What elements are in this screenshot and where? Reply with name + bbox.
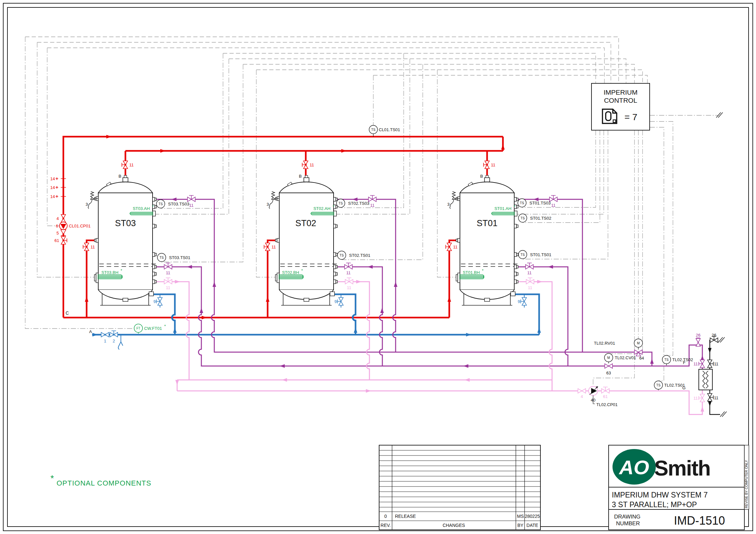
st01-upper-loading-line — [515, 199, 582, 352]
ts-glyph: TS — [664, 358, 669, 362]
system-title-line2: 3 ST PARALLEL; MP+OP — [612, 500, 697, 509]
valve-label: 11 — [370, 203, 375, 208]
ts-glyph: TS — [657, 383, 661, 387]
control-bus-lines — [25, 37, 647, 83]
valve-11-st02-upper — [368, 195, 376, 202]
valve-label: 11 — [527, 270, 532, 275]
point-a: A — [89, 329, 92, 334]
wire-break-symbol — [716, 113, 723, 117]
valve-11-st03-return — [164, 278, 172, 284]
st03-upper-loading-line — [152, 199, 652, 366]
ts-glyph: TS — [520, 201, 524, 205]
valve-11-st01-top — [483, 161, 489, 169]
label-st03-ts01: ST03.TS01 — [169, 255, 190, 260]
valve-11-st02-lower — [344, 263, 352, 269]
label-cl01-ts01: CL01.TS01 — [379, 127, 400, 132]
optional-components-note: * OPTIONAL COMPONENTS — [50, 473, 151, 487]
label-st03-ah-star: * — [152, 204, 153, 209]
tank-name-st02: ST02 — [295, 218, 316, 228]
check-valve-5-primary — [61, 230, 66, 236]
label-st03-ah: ST03.AH — [133, 206, 150, 211]
pipe-size-label: 14 — [50, 185, 55, 190]
valve-label: 26 — [712, 333, 716, 338]
control-box-line2: CONTROL — [604, 97, 637, 104]
purple-flow-arrows — [171, 198, 704, 368]
st03-return-line — [152, 282, 189, 380]
valve-2-cold-inlet — [110, 331, 118, 337]
m-glyph: M — [637, 342, 640, 345]
pump-label: 40 — [591, 398, 595, 402]
controller-count: = 7 — [624, 112, 637, 122]
valve-label: 11 — [491, 163, 496, 167]
valve-4-primary — [61, 215, 66, 222]
pid-drawing-sheet: IMPERIUM CONTROL = 7 ST03 ST02 ST01 B B … — [0, 0, 756, 534]
valve-label: 11 — [714, 362, 718, 366]
storage-tank-st02 — [275, 175, 338, 305]
pipe-flange-ticks — [56, 177, 66, 198]
by-value: MS — [517, 514, 524, 519]
imperium-control-box: IMPERIUM CONTROL = 7 — [591, 83, 650, 130]
revise-note: REVISE BY COMPUTER ONLY — [744, 460, 748, 508]
st02-upper-loading-line — [333, 199, 395, 352]
valve-61-return — [602, 387, 609, 393]
label-st01-bh: ST01.BH — [463, 270, 480, 275]
ts-glyph: TS — [371, 128, 376, 132]
title-block: AO Smith IMPERIUM DHW SYSTEM 7 3 ST PARA… — [608, 445, 749, 530]
point-b-st01: B — [480, 174, 483, 179]
system-title-line1: IMPERIUM DHW SYSTEM 7 — [612, 491, 708, 499]
label-st01-ts01: ST01.TS01 — [530, 252, 552, 257]
relief-valve-st03 — [88, 191, 95, 209]
valve-label: 11 — [189, 203, 194, 208]
label-st03-bh: ST03.BH — [101, 270, 119, 275]
valve-label: 11 — [694, 362, 698, 366]
ts-glyph: TS — [521, 253, 525, 257]
valve-label: 11 — [551, 203, 555, 208]
valve-11-hx-black-bottom — [708, 394, 713, 401]
loading-loop-purple-piping — [152, 199, 702, 369]
relief-valve-st01 — [450, 191, 456, 209]
storage-tank-st03 — [94, 175, 157, 305]
point-b-st03: B — [119, 174, 122, 179]
date-header: DATE — [526, 523, 538, 528]
label-cw-ft01: CW.FT01 — [144, 326, 162, 331]
valve-label: 1 — [104, 339, 106, 343]
diagram-canvas: IMPERIUM CONTROL = 7 ST03 ST02 ST01 B B … — [0, 0, 756, 534]
changes-header: CHANGES — [443, 523, 465, 528]
note-text: OPTIONAL COMPONENTS — [57, 479, 151, 487]
ts-glyph: TS — [339, 202, 343, 205]
valve-label: 6 — [56, 223, 58, 228]
label-tl02-rv01: TL02.RV01 — [594, 341, 615, 346]
storage-tank-st01 — [456, 175, 519, 305]
note-star: * — [50, 473, 54, 483]
valve-11-st03-lower — [164, 263, 172, 269]
valve-4-return — [578, 389, 586, 393]
return-loop-pink-piping — [152, 282, 702, 415]
revision-table: 0 RELEASE MS 280225 REV. CHANGES BY DATE — [379, 445, 540, 530]
valve-label: 5 — [57, 231, 59, 236]
label-st01-ah: ST01.AH — [495, 206, 512, 211]
point-b-st02: B — [299, 174, 302, 179]
valve-label: 11 — [694, 396, 698, 400]
control-valve-63-tl02-cv01 — [605, 364, 612, 368]
heat-exchanger — [699, 369, 712, 390]
label-st01-bh-star: * — [482, 268, 483, 273]
relief-label: 3 — [267, 202, 269, 207]
valve-11-st03-side — [83, 243, 89, 251]
drain-valve-9-st02 — [338, 297, 343, 305]
valve-label: 64 — [639, 356, 644, 361]
valve-label: 4 — [580, 394, 583, 399]
label-cl01-cp01: CL01.CP01 — [69, 223, 91, 228]
valve-11-hx-purple — [699, 360, 705, 368]
label-st03-ts03: ST03.TS03 — [168, 202, 189, 206]
pink-flow-arrows — [175, 280, 704, 412]
control-box-line1: IMPERIUM — [604, 89, 638, 96]
valve-label: 11 — [129, 163, 134, 167]
valve-label: 61 — [55, 238, 59, 243]
relief-label: 3 — [86, 202, 88, 207]
drain-valve-9-st03 — [156, 297, 162, 305]
logo-smith: Smith — [654, 456, 710, 480]
rev-header: REV. — [380, 523, 391, 528]
hot-supply-header-second — [125, 137, 503, 151]
label-st02-ah: ST02.AH — [313, 206, 331, 211]
valve-label: 9 — [518, 299, 520, 304]
